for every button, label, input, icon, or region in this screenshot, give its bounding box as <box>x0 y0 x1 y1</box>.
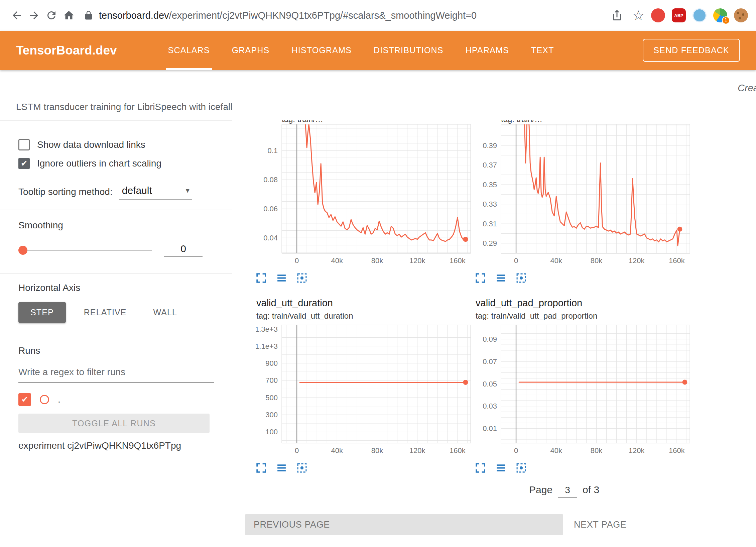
svg-text:80k: 80k <box>591 446 603 455</box>
tooltip-sorting-dropdown[interactable]: default ▾ <box>119 184 192 200</box>
chart-toolbar <box>256 462 478 473</box>
axis-step-button[interactable]: STEP <box>18 302 66 323</box>
svg-text:80k: 80k <box>591 256 603 265</box>
chart-title: valid_utt_duration <box>256 298 478 309</box>
extension-adblock-icon[interactable] <box>651 8 665 22</box>
chart-plot-top-right[interactable]: 0.290.310.330.350.370.39040k80k120k160k <box>475 124 696 266</box>
ignore-outliers-label[interactable]: Ignore outliers in chart scaling <box>37 158 161 169</box>
bookmark-star-icon[interactable]: ☆ <box>632 9 644 22</box>
svg-text:0.06: 0.06 <box>263 205 278 213</box>
slider-thumb[interactable] <box>18 246 27 255</box>
home-icon[interactable] <box>60 7 78 24</box>
next-page-button[interactable]: NEXT PAGE <box>574 514 626 535</box>
svg-text:160k: 160k <box>669 256 685 265</box>
svg-text:0: 0 <box>295 446 299 455</box>
axis-relative-button[interactable]: RELATIVE <box>75 302 135 323</box>
smoothing-label: Smoothing <box>0 220 232 231</box>
back-icon[interactable] <box>8 7 25 24</box>
divider <box>0 274 232 274</box>
divider <box>0 338 232 338</box>
svg-text:900: 900 <box>265 359 278 367</box>
svg-text:0.29: 0.29 <box>483 239 497 247</box>
experiment-id-text: experiment cj2vtPiwQHKN9Q1tx6PTpg <box>0 440 232 451</box>
svg-text:0.03: 0.03 <box>483 402 497 410</box>
reload-icon[interactable] <box>43 7 60 24</box>
smoothing-slider[interactable] <box>18 244 152 256</box>
clipped-chart-tag: tag: train/… <box>282 120 478 124</box>
log-scale-icon[interactable] <box>495 272 506 284</box>
run-color-icon <box>40 395 49 404</box>
chart-toolbar <box>475 462 697 473</box>
log-scale-icon[interactable] <box>495 462 506 473</box>
fit-data-icon[interactable] <box>296 462 307 473</box>
svg-text:0: 0 <box>514 256 518 265</box>
fit-data-icon[interactable] <box>516 272 527 284</box>
log-scale-icon[interactable] <box>276 272 287 284</box>
extension-colorful-icon[interactable]: 1 <box>713 8 727 22</box>
cookie-icon[interactable] <box>734 8 748 22</box>
svg-text:40k: 40k <box>550 256 562 265</box>
svg-text:120k: 120k <box>409 256 426 265</box>
svg-text:0.35: 0.35 <box>483 181 497 189</box>
svg-text:0.08: 0.08 <box>263 176 278 184</box>
fit-data-icon[interactable] <box>516 462 527 473</box>
tab-hparams[interactable]: HPARAMS <box>455 31 520 70</box>
svg-text:0.39: 0.39 <box>483 141 497 150</box>
address-bar[interactable]: tensorboard.dev/experiment/cj2vtPiwQHKN9… <box>84 10 604 21</box>
tab-distributions[interactable]: DISTRIBUTIONS <box>363 31 455 70</box>
clipped-chart-tag: tag: train/… <box>501 120 697 124</box>
svg-text:700: 700 <box>265 376 278 385</box>
tab-text[interactable]: TEXT <box>520 31 565 70</box>
smoothing-value-input[interactable] <box>164 243 203 257</box>
chart-toolbar <box>475 272 697 284</box>
url-text[interactable]: tensorboard.dev/experiment/cj2vtPiwQHKN9… <box>99 10 477 21</box>
charts-panel: tag: train/…0.040.060.080.1040k80k120k16… <box>232 120 756 547</box>
chart-card: valid_utt_pad_proportiontag: train/valid… <box>475 298 697 473</box>
svg-text:40k: 40k <box>550 446 562 455</box>
svg-text:0.04: 0.04 <box>263 234 278 242</box>
extension-abp-icon[interactable]: ABP <box>672 8 686 22</box>
chart-plot-bottom-right[interactable]: 0.010.030.050.070.09040k80k120k160k <box>475 325 696 456</box>
run-checkbox[interactable]: ✔ <box>18 393 31 406</box>
run-name: . <box>58 394 60 405</box>
expand-icon[interactable] <box>256 462 267 473</box>
tab-graphs[interactable]: GRAPHS <box>221 31 281 70</box>
svg-text:0: 0 <box>514 446 518 455</box>
svg-text:160k: 160k <box>450 446 466 455</box>
previous-page-button[interactable]: PREVIOUS PAGE <box>245 514 563 535</box>
share-icon[interactable] <box>608 7 626 24</box>
svg-text:0.07: 0.07 <box>483 357 497 366</box>
expand-icon[interactable] <box>475 272 486 284</box>
svg-text:40k: 40k <box>331 446 343 455</box>
extension-blue-icon[interactable] <box>692 8 707 22</box>
forward-icon[interactable] <box>25 7 43 24</box>
fit-data-icon[interactable] <box>296 272 307 284</box>
tab-histograms[interactable]: HISTOGRAMS <box>280 31 363 70</box>
page-number-input[interactable] <box>558 485 577 498</box>
toggle-all-runs-button[interactable]: TOGGLE ALL RUNS <box>18 414 210 433</box>
main-nav: SCALARS GRAPHS HISTOGRAMS DISTRIBUTIONS … <box>157 31 565 70</box>
svg-text:0.01: 0.01 <box>483 424 497 433</box>
chart-card: tag: train/…0.290.310.330.350.370.39040k… <box>475 120 697 284</box>
chart-plot-top-left[interactable]: 0.040.060.080.1040k80k120k160k <box>256 124 477 266</box>
svg-text:80k: 80k <box>371 446 383 455</box>
divider <box>0 210 232 210</box>
svg-text:300: 300 <box>265 411 278 419</box>
app-header: TensorBoard.dev SCALARS GRAPHS HISTOGRAM… <box>0 31 756 70</box>
tab-scalars[interactable]: SCALARS <box>157 31 221 70</box>
browser-chrome: tensorboard.dev/experiment/cj2vtPiwQHKN9… <box>0 0 756 31</box>
pagination: Page of 3 <box>529 484 599 498</box>
log-scale-icon[interactable] <box>276 462 287 473</box>
expand-icon[interactable] <box>475 462 486 473</box>
axis-wall-button[interactable]: WALL <box>145 302 186 323</box>
runs-filter-input[interactable] <box>18 365 214 383</box>
expand-icon[interactable] <box>256 272 267 284</box>
send-feedback-button[interactable]: SEND FEEDBACK <box>643 39 740 62</box>
svg-text:0.31: 0.31 <box>483 220 497 228</box>
show-download-links-label[interactable]: Show data download links <box>37 139 145 150</box>
tensorboard-logo[interactable]: TensorBoard.dev <box>16 43 117 58</box>
ignore-outliers-checkbox[interactable]: ✔ <box>18 158 30 169</box>
show-download-links-checkbox[interactable] <box>18 139 30 150</box>
chart-plot-bottom-left[interactable]: 1003005007009001.1e+31.3e+3040k80k120k16… <box>256 325 477 456</box>
svg-text:120k: 120k <box>629 256 645 265</box>
